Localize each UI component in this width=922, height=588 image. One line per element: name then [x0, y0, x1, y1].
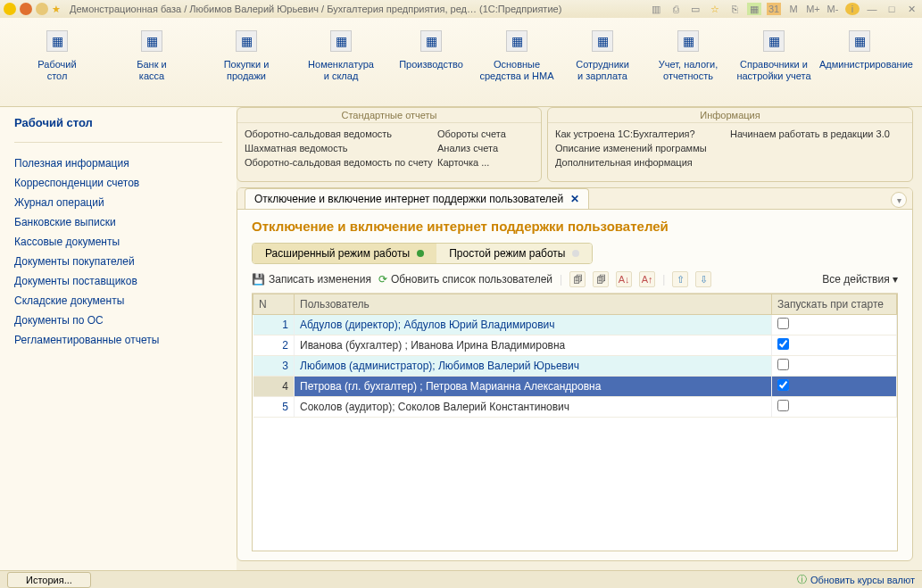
- toolbar-item-9[interactable]: ▦Администрирование: [819, 25, 900, 106]
- save-icon[interactable]: ▥: [649, 3, 663, 15]
- row-user: Иванова (бухгалтер) ; Иванова Ирина Влад…: [295, 335, 772, 356]
- toolbar-item-8[interactable]: ▦Справочники инастройки учета: [734, 25, 814, 106]
- tab-close-icon[interactable]: ✕: [570, 193, 579, 205]
- minimize-icon[interactable]: —: [865, 3, 879, 15]
- close-icon[interactable]: ✕: [904, 3, 918, 15]
- page-heading: Отключение и включение интернет поддержк…: [252, 219, 898, 234]
- copy-icon[interactable]: 🗐: [569, 271, 586, 287]
- box-link[interactable]: Оборотно-сальдовая ведомость по счету: [245, 155, 437, 170]
- users-table: N Пользователь Запускать при старте 1Абд…: [253, 294, 897, 418]
- col-user[interactable]: Пользователь: [295, 294, 772, 315]
- disk-icon: 💾: [252, 273, 265, 286]
- table-row[interactable]: 1Абдулов (директор); Абдулов Юрий Владим…: [253, 315, 897, 335]
- all-actions-button[interactable]: Все действия ▾: [822, 273, 898, 286]
- table-row[interactable]: 3Любимов (администратор); Любимов Валери…: [253, 356, 897, 377]
- sort-za-icon[interactable]: A↑: [639, 271, 655, 287]
- reports-box: Стандартные отчеты Оборотно-сальдовая ве…: [237, 107, 542, 182]
- toolbar-icon: ▦: [330, 30, 352, 52]
- col-n[interactable]: N: [253, 294, 295, 315]
- startup-checkbox[interactable]: [777, 338, 789, 350]
- sidebar-link[interactable]: Полезная информация: [14, 155, 222, 171]
- box-link[interactable]: Как устроена 1С:Бухгалтерия?: [555, 127, 730, 141]
- row-chk[interactable]: [772, 315, 897, 335]
- sidebar-link[interactable]: Журнал операций: [14, 195, 222, 211]
- startup-checkbox[interactable]: [777, 400, 789, 411]
- up-icon[interactable]: ⇧: [672, 271, 688, 287]
- toolbar-icon: ▦: [420, 30, 442, 52]
- startup-checkbox[interactable]: [777, 318, 789, 329]
- refresh-users-button[interactable]: ⟳ Обновить список пользователей: [378, 273, 552, 286]
- row-user: Соколов (аудитор); Соколов Валерий Конст…: [295, 397, 772, 418]
- box-link[interactable]: Начинаем работать в редакции 3.0: [730, 127, 905, 141]
- info-title: Информация: [548, 108, 912, 123]
- box-link[interactable]: Оборотно-сальдовая ведомость: [245, 127, 437, 141]
- sidebar-link[interactable]: Документы по ОС: [14, 312, 222, 328]
- sidebar-title: Рабочий стол: [14, 116, 222, 143]
- toolbar-icon: ▦: [763, 30, 785, 52]
- box-link[interactable]: Карточка ...: [437, 155, 534, 170]
- mem-mplus[interactable]: M+: [806, 3, 820, 15]
- toolbar-item-2[interactable]: ▦Покупки ипродажи: [202, 25, 291, 106]
- orb2-icon[interactable]: [36, 3, 48, 15]
- sidebar-link[interactable]: Складские документы: [14, 293, 222, 309]
- toolbar-item-3[interactable]: ▦Номенклатураи склад: [296, 25, 386, 106]
- mode-simple[interactable]: Простой режим работы: [436, 244, 592, 263]
- table-row[interactable]: 4Петрова (гл. бухгалтер) ; Петрова Мариа…: [253, 377, 897, 397]
- col-start[interactable]: Запускать при старте: [772, 294, 897, 315]
- sort-az-icon[interactable]: A↓: [616, 271, 632, 287]
- link-icon[interactable]: ⎘: [727, 3, 742, 15]
- row-chk[interactable]: [772, 335, 897, 356]
- sidebar-link[interactable]: Регламентированные отчеты: [14, 332, 222, 348]
- startup-checkbox[interactable]: [777, 379, 789, 391]
- table-row[interactable]: 5Соколов (аудитор); Соколов Валерий Конс…: [253, 397, 897, 418]
- toolbar-icon: ▦: [506, 30, 527, 52]
- toolbar-item-7[interactable]: ▦Учет, налоги,отчетность: [648, 25, 728, 106]
- save-changes-button[interactable]: 💾 Записать изменения: [252, 273, 371, 286]
- down-icon[interactable]: ⇩: [695, 271, 711, 287]
- calendar-icon[interactable]: 31: [767, 3, 781, 15]
- refresh-icon: ⟳: [378, 273, 387, 286]
- toolbar-item-0[interactable]: ▦Рабочийстол: [12, 25, 102, 106]
- copy2-icon[interactable]: 🗐: [593, 271, 609, 287]
- info-icon[interactable]: i: [845, 3, 860, 15]
- row-user: Любимов (администратор); Любимов Валерий…: [295, 356, 772, 377]
- toolbar-item-1[interactable]: ▦Банк икасса: [107, 25, 196, 106]
- box-link[interactable]: Дополнительная информация: [555, 155, 730, 170]
- startup-checkbox[interactable]: [777, 359, 789, 370]
- star-icon[interactable]: ★: [52, 4, 61, 15]
- toolbar-item-4[interactable]: ▦Производство: [391, 25, 471, 106]
- row-n: 1: [253, 315, 295, 335]
- toolbar-item-5[interactable]: ▦Основныесредства и НМА: [477, 25, 557, 106]
- history-button[interactable]: История...: [7, 572, 91, 588]
- toolbar-icon: ▦: [46, 30, 68, 52]
- row-n: 2: [253, 335, 295, 356]
- toolbar-item-6[interactable]: ▦Сотрудникии зарплата: [562, 25, 643, 106]
- table-row[interactable]: 2Иванова (бухгалтер) ; Иванова Ирина Вла…: [253, 335, 897, 356]
- active-tab[interactable]: Отключение и включение интернет поддержк…: [245, 188, 589, 209]
- box-link[interactable]: Шахматная ведомость: [245, 141, 437, 155]
- sidebar-link[interactable]: Документы покупателей: [14, 253, 222, 269]
- mem-mminus[interactable]: M-: [826, 3, 840, 15]
- row-chk[interactable]: [772, 356, 897, 377]
- sidebar-link[interactable]: Корреспонденции счетов: [14, 175, 222, 191]
- row-chk[interactable]: [772, 397, 897, 418]
- sidebar-link[interactable]: Документы поставщиков: [14, 273, 222, 289]
- box-link[interactable]: Анализ счета: [437, 141, 534, 155]
- sidebar-link[interactable]: Банковские выписки: [14, 214, 222, 230]
- sidebar-link[interactable]: Кассовые документы: [14, 234, 222, 250]
- mode-extended[interactable]: Расширенный режим работы: [253, 244, 436, 263]
- expand-icon[interactable]: ▾: [891, 192, 907, 208]
- print-icon[interactable]: ⎙: [669, 3, 683, 15]
- star2-icon[interactable]: ☆: [708, 3, 722, 15]
- maximize-icon[interactable]: □: [885, 3, 899, 15]
- row-chk[interactable]: [772, 377, 897, 397]
- row-n: 5: [253, 397, 295, 418]
- box-link[interactable]: Обороты счета: [437, 127, 534, 141]
- mem-m[interactable]: M: [786, 3, 801, 15]
- orb1-icon[interactable]: [20, 3, 32, 15]
- update-rates-link[interactable]: ⓘ Обновить курсы валют: [797, 573, 915, 586]
- box-link[interactable]: Описание изменений программы: [555, 141, 730, 155]
- row-user: Петрова (гл. бухгалтер) ; Петрова Мариан…: [295, 377, 772, 397]
- doc-icon[interactable]: ▭: [688, 3, 702, 15]
- calc-icon[interactable]: ▦: [747, 3, 761, 15]
